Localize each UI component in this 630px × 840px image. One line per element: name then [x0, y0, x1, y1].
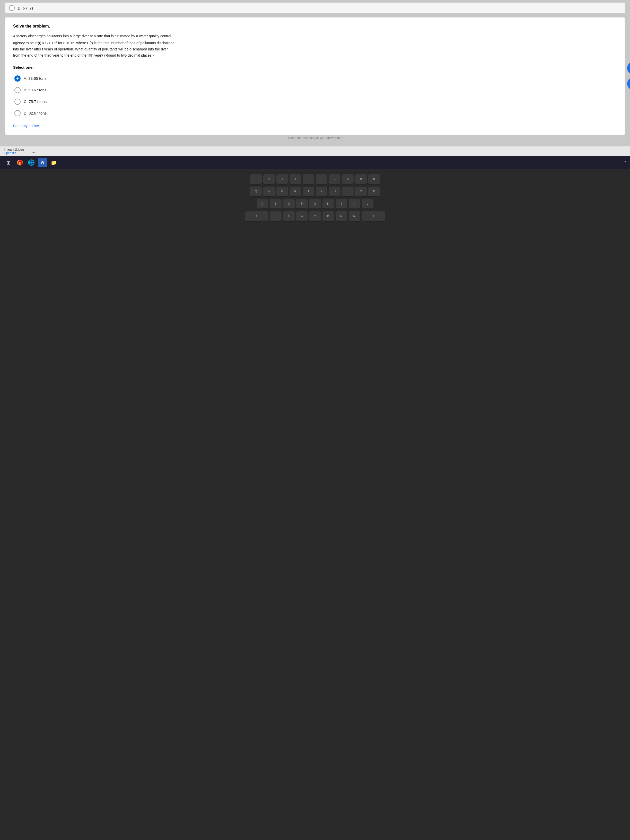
expand-button[interactable]: ↗ — [627, 77, 630, 90]
taskbar: ⊞ 🎁 🌐 W 📁 ^ — [0, 156, 630, 169]
taskbar-grid-icon[interactable]: ⊞ — [4, 158, 13, 167]
key-u[interactable]: U — [329, 186, 341, 197]
option-d[interactable]: D. 32.67 tons — [13, 108, 617, 118]
key-i[interactable]: I — [342, 186, 354, 197]
open-file-link[interactable]: Open file — [4, 151, 24, 155]
key-z[interactable]: Z — [270, 211, 281, 221]
body-line1: A factory discharges pollutants into a l… — [13, 34, 171, 38]
key-6[interactable]: 6 — [316, 174, 327, 185]
option-a[interactable]: A. 33.65 tons — [13, 73, 617, 84]
key-b[interactable]: B — [322, 211, 334, 221]
key-a[interactable]: A — [257, 199, 268, 209]
keyboard-area: 1 2 3 4 5 6 7 8 9 0 Q W E R T Y U I O P … — [0, 169, 630, 840]
partial-bottom-text: Upload the recording of your answer here — [5, 135, 625, 141]
key-j[interactable]: J — [336, 199, 347, 209]
key-v[interactable]: V — [309, 211, 321, 221]
key-row-asdf: A S D F G H J K L — [8, 199, 622, 209]
key-c[interactable]: C — [296, 211, 308, 221]
file-info: Image (1).jpeg Open file — [4, 148, 24, 155]
key-4[interactable]: 4 — [289, 174, 301, 185]
key-shift-left[interactable]: ⇧ — [245, 211, 268, 221]
key-h[interactable]: H — [322, 199, 334, 209]
key-k[interactable]: K — [349, 199, 360, 209]
key-e[interactable]: E — [276, 186, 288, 197]
option-a-label: A. 33.65 tons — [24, 76, 46, 81]
prev-option-d[interactable]: D. (-7, 7) — [5, 3, 625, 13]
key-9[interactable]: 9 — [355, 174, 367, 185]
radio-c — [14, 99, 21, 105]
key-row-qwerty: Q W E R T Y U I O P — [8, 186, 622, 197]
key-s[interactable]: S — [270, 199, 281, 209]
key-y[interactable]: Y — [316, 186, 327, 197]
key-8[interactable]: 8 — [342, 174, 354, 185]
key-o[interactable]: O — [355, 186, 367, 197]
body-line4: from the end of the third year to the en… — [13, 53, 154, 57]
taskbar-chevron-up[interactable]: ^ — [624, 160, 626, 165]
key-7[interactable]: 7 — [329, 174, 341, 185]
key-1[interactable]: 1 — [250, 174, 262, 185]
taskbar-word-icon[interactable]: W — [38, 158, 47, 167]
taskbar-folder-icon[interactable]: 📁 — [49, 158, 58, 167]
radio-a — [14, 76, 21, 82]
file-menu-button[interactable]: ... — [29, 148, 38, 154]
key-d[interactable]: D — [283, 199, 295, 209]
taskbar-right: ^ — [624, 160, 626, 165]
key-2[interactable]: 2 — [263, 174, 275, 185]
body-line2: agency to be P'(t) = t√1 + t2 for 0 ≤t ≤… — [13, 41, 174, 45]
taskbar-gift-icon[interactable]: 🎁 — [15, 158, 24, 167]
key-row-zxcv: ⇧ Z X C V B N M ⇧ — [8, 211, 622, 221]
key-g[interactable]: G — [309, 199, 321, 209]
key-n[interactable]: N — [336, 211, 347, 221]
scroll-up-button[interactable]: ⌃ — [627, 62, 630, 75]
key-w[interactable]: W — [263, 186, 275, 197]
select-one-label: Select one: — [13, 65, 617, 69]
key-shift-right[interactable]: ⇧ — [362, 211, 385, 221]
key-p[interactable]: P — [368, 186, 380, 197]
key-0[interactable]: 0 — [368, 174, 380, 185]
footer-bar: Image (1).jpeg Open file ... — [0, 146, 630, 156]
option-d-label: D. 32.67 tons — [24, 111, 47, 115]
key-3[interactable]: 3 — [276, 174, 288, 185]
key-q[interactable]: Q — [250, 186, 262, 197]
taskbar-edge-icon[interactable]: 🌐 — [27, 158, 36, 167]
option-c-label: C. 75.71 tons — [24, 99, 47, 104]
radio-d-prev — [9, 5, 15, 11]
key-t[interactable]: T — [303, 186, 314, 197]
body-line3: into the river after t years of operatio… — [13, 47, 168, 51]
key-l[interactable]: L — [362, 199, 373, 209]
key-x[interactable]: X — [283, 211, 295, 221]
key-row-numbers: 1 2 3 4 5 6 7 8 9 0 — [8, 174, 622, 185]
key-f[interactable]: F — [296, 199, 308, 209]
option-c[interactable]: C. 75.71 tons — [13, 96, 617, 107]
option-b[interactable]: B. 50.67 tons — [13, 85, 617, 95]
option-b-label: B. 50.67 tons — [24, 88, 46, 92]
question-title: Solve the problem. — [13, 24, 617, 28]
file-name: Image (1).jpeg — [4, 148, 24, 151]
question-body: A factory discharges pollutants into a l… — [13, 33, 617, 59]
radio-d — [14, 110, 21, 116]
key-5[interactable]: 5 — [303, 174, 314, 185]
radio-b — [14, 87, 21, 93]
clear-choice-link[interactable]: Clear my choice — [13, 124, 39, 128]
question-card: ⌃ ↗ Solve the problem. A factory dischar… — [5, 17, 625, 135]
key-r[interactable]: R — [289, 186, 301, 197]
key-m[interactable]: M — [349, 211, 360, 221]
scroll-buttons: ⌃ ↗ — [627, 62, 630, 90]
screen-area: D. (-7, 7) ⌃ ↗ Solve the problem. A fact… — [0, 0, 630, 146]
options-list: A. 33.65 tons B. 50.67 tons C. 75.71 ton… — [13, 73, 617, 118]
prev-option-d-label: D. (-7, 7) — [18, 6, 33, 10]
